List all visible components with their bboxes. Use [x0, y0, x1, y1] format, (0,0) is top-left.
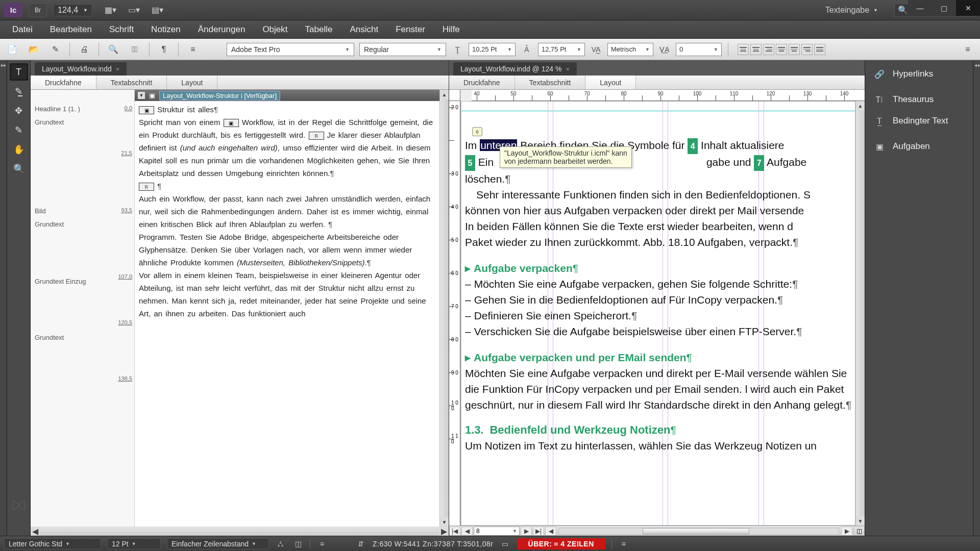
view-tab-textabschnitt[interactable]: Textabschnitt: [96, 76, 167, 89]
right-vertical-scrollbar[interactable]: ▲ ▼: [855, 101, 865, 525]
close-button[interactable]: ✕: [956, 0, 980, 16]
kerning-select[interactable]: Metrisch ▼: [607, 43, 653, 56]
screen-mode-icon[interactable]: ▭▾: [126, 4, 142, 17]
scroll-left-icon[interactable]: ◀: [31, 527, 40, 536]
view-tab-layout[interactable]: Layout: [167, 76, 217, 89]
pilcrow-icon[interactable]: ¶: [156, 42, 172, 57]
status-menu-icon-2[interactable]: ≡: [618, 540, 629, 548]
menu-notizen[interactable]: Notizen: [143, 21, 189, 38]
position-tool[interactable]: ✥: [10, 102, 28, 119]
status-info-icon[interactable]: ▭: [500, 540, 511, 548]
last-page-button[interactable]: ▶|: [533, 527, 544, 536]
left-horizontal-scrollbar[interactable]: ◀ ▶: [31, 527, 449, 536]
close-icon[interactable]: ×: [566, 65, 570, 73]
leading-select[interactable]: 12,75 Pt ▼: [538, 43, 585, 56]
print-icon[interactable]: 🖨: [76, 42, 92, 57]
new-icon[interactable]: 📄: [4, 42, 20, 57]
columns-icon[interactable]: ⛼: [275, 540, 286, 548]
workspace-selector[interactable]: Texteingabe ▼: [820, 4, 883, 16]
align-center-button[interactable]: [750, 44, 762, 55]
scroll-up-icon[interactable]: ▲: [440, 90, 449, 99]
panel-hyperlinks[interactable]: 🔗 Hyperlinks: [868, 63, 970, 85]
maximize-button[interactable]: ▢: [932, 0, 956, 16]
columns-icon-2[interactable]: ◫: [292, 540, 304, 548]
scroll-right-icon[interactable]: ▶: [439, 527, 449, 536]
first-page-button[interactable]: |◀: [449, 527, 460, 536]
arrange-icon[interactable]: ▤▾: [150, 4, 166, 17]
horizontal-ruler[interactable]: 405060708090100110120130140: [472, 90, 865, 101]
align-left-button[interactable]: [738, 44, 749, 55]
hand-tool[interactable]: ✋: [10, 141, 28, 158]
align-right-button[interactable]: [763, 44, 774, 55]
menu-tabelle[interactable]: Tabelle: [297, 21, 341, 38]
next-page-button[interactable]: ▶: [521, 527, 532, 536]
status-font-select[interactable]: Letter Gothic Std ▼: [4, 538, 101, 549]
status-menu-icon[interactable]: ≡: [316, 540, 328, 548]
menu-hilfe[interactable]: Hilfe: [434, 21, 468, 38]
justify-all-button[interactable]: [814, 44, 825, 55]
view-options-icon[interactable]: ▦▾: [103, 4, 119, 17]
story-header[interactable]: ▼ ▣ Layout_Workflow-Struktur i [Verfügba…: [135, 90, 439, 101]
view-tab-druckfahne[interactable]: Druckfahne: [31, 76, 96, 89]
hscroll-right-button[interactable]: ▶: [841, 527, 852, 536]
lock-icon[interactable]: ⇵: [355, 540, 366, 548]
panel-thesaurus[interactable]: T⁝ Thesaurus: [868, 89, 970, 110]
left-vertical-scrollbar[interactable]: ▲ ▼: [439, 90, 449, 527]
hscroll-left-button[interactable]: ◀: [545, 527, 556, 536]
page-canvas[interactable]: ◊ Im unteren Bereich finden Sie die Symb…: [460, 101, 855, 525]
horizontal-scroll-track[interactable]: [558, 528, 839, 535]
minimize-button[interactable]: —: [908, 0, 932, 16]
vertical-ruler[interactable]: 2 03 04 05 06 07 08 09 01 0 01 1 0: [449, 101, 460, 525]
menu-fenster[interactable]: Fenster: [387, 21, 433, 38]
find-icon[interactable]: 🔍: [105, 42, 121, 57]
control-menu-icon[interactable]: ≡: [960, 42, 976, 57]
panel-conditional-text[interactable]: T̲ Bedingter Text: [868, 110, 970, 132]
horizontal-scroll-thumb[interactable]: [643, 528, 749, 534]
page-number-field[interactable]: 8 ▼: [474, 527, 520, 536]
galley-text-area[interactable]: ▣ Struktur ist alles¶ Spricht man von ei…: [135, 101, 439, 527]
font-style-select[interactable]: Regular ▼: [359, 43, 446, 56]
eyedropper-tool[interactable]: ✎: [10, 121, 28, 139]
split-view-button[interactable]: ◫: [853, 527, 865, 536]
zoom-tool[interactable]: 🔍: [10, 160, 28, 178]
menu-datei[interactable]: Datei: [4, 21, 41, 38]
view-tab-druckfahne[interactable]: Druckfahne: [449, 76, 515, 89]
note-tool[interactable]: ✎̲: [10, 83, 28, 100]
left-doc-tab[interactable]: Layout_Workflow.indd ×: [35, 62, 127, 76]
font-size-select[interactable]: 10,25 Pt ▼: [469, 43, 516, 56]
menu-schrift[interactable]: Schrift: [101, 21, 142, 38]
save-icon[interactable]: ✎: [47, 42, 63, 57]
menu-bearbeiten[interactable]: Bearbeiten: [42, 21, 100, 38]
scroll-down-icon[interactable]: ▼: [440, 517, 449, 527]
status-size-select[interactable]: 12 Pt ▼: [107, 538, 161, 549]
justify-right-button[interactable]: [801, 44, 813, 55]
anchored-icon: ▣: [139, 106, 154, 114]
scroll-up-icon[interactable]: ▲: [856, 101, 865, 110]
type-tool[interactable]: T: [10, 63, 28, 81]
zoom-select[interactable]: 124,4 ▼: [53, 4, 92, 16]
spell-icon[interactable]: ✔ͣ: [127, 42, 143, 57]
status-spacing-select[interactable]: Einfacher Zeilenabstand ▼: [167, 538, 269, 549]
menu-ansicht[interactable]: Ansicht: [341, 21, 386, 38]
view-tab-layout[interactable]: Layout: [585, 76, 636, 89]
font-family-select[interactable]: Adobe Text Pro ▼: [227, 43, 354, 56]
close-icon[interactable]: ×: [116, 65, 120, 73]
far-right-collapsed-strip[interactable]: ◂◂: [973, 60, 980, 536]
panel-assignments[interactable]: ▣ Aufgaben: [868, 136, 970, 157]
menu-aenderungen[interactable]: Änderungen: [190, 21, 254, 38]
left-collapsed-strip[interactable]: ▸▸: [0, 60, 7, 536]
scroll-down-icon[interactable]: ▼: [856, 516, 865, 525]
tracking-select[interactable]: 0 ▼: [676, 43, 722, 56]
right-doc-tab[interactable]: Layout_Workflow.indd @ 124 % ×: [453, 62, 577, 76]
bridge-button[interactable]: Br: [29, 3, 47, 17]
ruler-origin[interactable]: [449, 90, 460, 101]
view-tab-textabschnitt[interactable]: Textabschnitt: [515, 76, 586, 89]
assignment-icon[interactable]: ◊: [472, 127, 482, 136]
justify-center-button[interactable]: [789, 44, 800, 55]
justify-left-button[interactable]: [776, 44, 787, 55]
open-icon[interactable]: 📂: [26, 42, 42, 57]
prev-page-button[interactable]: ◀: [461, 527, 473, 536]
menu-objekt[interactable]: Objekt: [254, 21, 296, 38]
menu-icon[interactable]: ≡: [185, 42, 201, 57]
page-text[interactable]: Im unteren Bereich finden Sie die Symbol…: [465, 137, 854, 454]
